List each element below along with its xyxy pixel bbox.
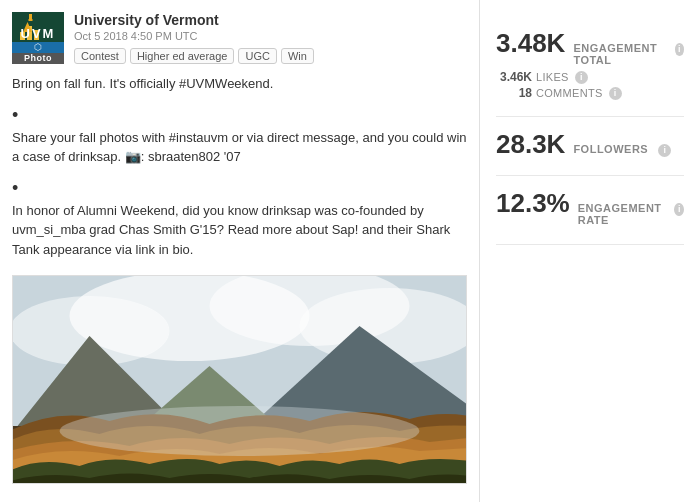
uvm-logo: UVM	[12, 12, 64, 42]
engagement-total-value: 3.48K	[496, 30, 565, 56]
tags-row: Contest Higher ed average UGC Win	[74, 48, 467, 64]
engagement-total-block: 3.48K ENGAGEMENT TOTAL i 3.46K LIKES i 1…	[496, 16, 684, 117]
engagement-total-label: ENGAGEMENT TOTAL	[573, 42, 664, 66]
uvm-text: UVM	[21, 26, 56, 41]
post-image	[13, 276, 466, 484]
photo-label: Photo	[24, 53, 52, 63]
tag-higher-ed[interactable]: Higher ed average	[130, 48, 235, 64]
svg-rect-5	[29, 19, 33, 21]
post-image-container: View on Instagram	[12, 275, 467, 484]
followers-block: 28.3K FOLLOWERS i	[496, 117, 684, 176]
followers-info-icon[interactable]: i	[658, 144, 671, 157]
engagement-sub-rows: 3.46K LIKES i 18 COMMENTS i	[500, 70, 684, 100]
post-bullet-2: •	[12, 179, 467, 197]
profile-name: University of Vermont	[74, 12, 467, 28]
tag-win[interactable]: Win	[281, 48, 314, 64]
engagement-rate-value: 12.3%	[496, 190, 570, 216]
comments-label: COMMENTS	[536, 87, 603, 99]
tag-ugc[interactable]: UGC	[238, 48, 276, 64]
engagement-total-info-icon[interactable]: i	[675, 43, 684, 56]
followers-label: FOLLOWERS	[573, 143, 648, 155]
profile-header: UVM ⬡ Photo University of Vermont Oct 5 …	[12, 12, 467, 64]
tag-contest[interactable]: Contest	[74, 48, 126, 64]
post-bullet-1: •	[12, 106, 467, 124]
likes-info-icon[interactable]: i	[575, 71, 588, 84]
post-paragraph-2: Share your fall photos with #instauvm or…	[12, 128, 467, 167]
engagement-rate-label: ENGAGEMENT RATE	[578, 202, 665, 226]
svg-point-16	[60, 406, 420, 456]
likes-row: 3.46K LIKES i	[500, 70, 684, 84]
comments-row: 18 COMMENTS i	[500, 86, 684, 100]
photo-badge: Photo	[12, 53, 64, 64]
profile-date: Oct 5 2018 4:50 PM UTC	[74, 30, 467, 42]
post-paragraph-3: In honor of Alumni Weekend, did you know…	[12, 201, 467, 260]
likes-value: 3.46K	[500, 70, 532, 84]
comments-info-icon[interactable]: i	[609, 87, 622, 100]
followers-row: 28.3K FOLLOWERS i	[496, 131, 684, 157]
comments-value: 18	[500, 86, 532, 100]
profile-info: University of Vermont Oct 5 2018 4:50 PM…	[74, 12, 467, 64]
post-paragraph-1: Bring on fall fun. It's officially #UVMW…	[12, 74, 467, 94]
avatar: UVM ⬡ Photo	[12, 12, 64, 64]
left-panel: UVM ⬡ Photo University of Vermont Oct 5 …	[0, 0, 480, 502]
followers-value: 28.3K	[496, 131, 565, 157]
engagement-total-row: 3.48K ENGAGEMENT TOTAL i	[496, 30, 684, 66]
likes-label: LIKES	[536, 71, 569, 83]
engagement-rate-block: 12.3% ENGAGEMENT RATE i	[496, 176, 684, 245]
engagement-rate-info-icon[interactable]: i	[674, 203, 684, 216]
engagement-rate-row: 12.3% ENGAGEMENT RATE i	[496, 190, 684, 226]
right-panel: 3.48K ENGAGEMENT TOTAL i 3.46K LIKES i 1…	[480, 0, 700, 502]
